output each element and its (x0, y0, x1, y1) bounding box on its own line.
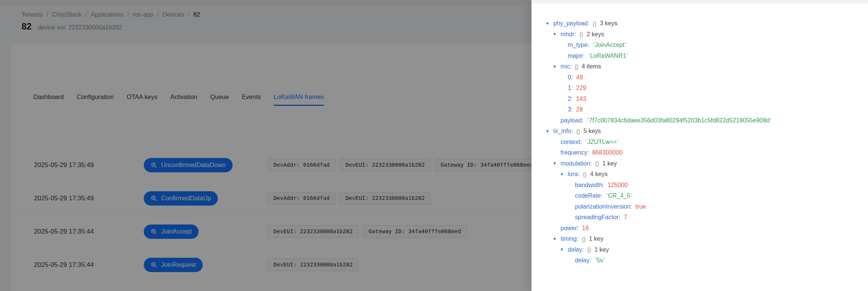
json-key: lora: (568, 171, 579, 178)
json-key: delay: (575, 257, 591, 264)
json-key: modulation: (561, 160, 592, 167)
tree-collapse-arrow-icon[interactable]: ▼ (553, 32, 561, 36)
json-tree-row: ▼codeRate:"CR_4_5" (545, 190, 862, 201)
json-bracket: {} (593, 20, 596, 27)
tree-collapse-arrow-icon[interactable]: ▼ (560, 248, 568, 252)
json-tree-row: ▼power:16 (545, 223, 862, 234)
json-tree-row: ▼mhdr:{}2 keys (545, 29, 862, 40)
json-key: 1: (568, 85, 573, 91)
json-value: 28 (576, 106, 583, 113)
json-tree-row: ▼tx_info:{}5 keys (545, 126, 862, 137)
json-bracket: {} (582, 236, 585, 242)
json-bracket: [] (575, 63, 578, 70)
json-tree-row: ▼spreadingFactor:7 (545, 212, 862, 223)
json-string-text: LoRaWANR1 (590, 53, 626, 59)
json-bracket: {} (579, 31, 583, 37)
json-value: 143 (576, 96, 586, 102)
json-tree-row: ▼2:143 (545, 94, 862, 105)
json-tree-row: ▼delay:{}1 key (545, 245, 862, 255)
json-bracket: {} (576, 128, 580, 135)
json-meta: 1 key (595, 246, 609, 253)
json-tree-row: ▼modulation:{}1 key (545, 158, 862, 169)
json-value: 16 (582, 225, 589, 232)
json-key: bandwidth: (575, 182, 604, 189)
json-key: codeRate: (575, 192, 602, 199)
json-key: frequency: (561, 149, 589, 156)
json-tree: ▼phy_payload:{}3 keys▼mhdr:{}2 keys▼m_ty… (532, 4, 868, 266)
json-value: true (635, 203, 646, 210)
json-tree-row: ▼lora:{}4 keys (545, 169, 862, 180)
json-value: 7 (624, 214, 627, 221)
json-key: delay: (568, 246, 584, 253)
json-key: power: (561, 225, 579, 232)
json-tree-row: ▼1:229 (545, 83, 862, 94)
json-value: "5s" (595, 257, 605, 264)
json-tree-row: ▼delay:"5s" (545, 255, 862, 266)
json-key: timing: (561, 235, 578, 242)
json-key: 3: (568, 106, 573, 113)
quote-mark: " (603, 257, 605, 263)
chirpstack-device-frames-page: Tenants/ChirpStack/Applications/ros-app/… (0, 0, 868, 291)
quote-mark: " (630, 192, 632, 199)
json-string-text: CR_4_5 (608, 192, 630, 199)
json-key: 2: (568, 96, 573, 102)
json-tree-row: ▼timing:{}1 key (545, 234, 862, 245)
json-tree-row: ▼payload:"7f7c007834c6daee356d03fa80294f… (545, 115, 862, 126)
json-meta: 1 key (602, 160, 617, 167)
json-value: "CR_4_5" (606, 192, 632, 199)
json-string-text: JoinAccept (595, 42, 624, 48)
json-key: m_type: (568, 42, 589, 48)
json-meta: 2 keys (587, 31, 604, 38)
json-tree-row: ▼bandwidth:125000 (545, 180, 862, 191)
json-value: 49 (576, 74, 583, 81)
json-meta: 5 keys (584, 128, 601, 135)
json-value: "LoRaWANR1" (588, 53, 628, 59)
quote-mark: " (617, 139, 619, 145)
json-key: payload: (561, 117, 584, 124)
quote-mark: " (624, 42, 627, 48)
json-meta: 3 keys (600, 20, 617, 27)
json-tree-row: ▼frequency:868300000 (545, 147, 862, 158)
json-bracket: {} (587, 246, 591, 253)
drawer-top-strip (532, 0, 868, 4)
json-key: context: (561, 139, 582, 146)
json-key: 0: (568, 74, 573, 81)
json-meta: 1 key (589, 235, 603, 242)
json-value: "7f7c007834c6daee356d03fa80294f5203b1c5f… (587, 117, 772, 124)
json-tree-row: ▼phy_payload:{}3 keys (545, 18, 862, 29)
json-string-text: JZUTLw== (587, 139, 617, 145)
json-key: major: (568, 53, 584, 59)
frame-details-drawer: ▼phy_payload:{}3 keys▼mhdr:{}2 keys▼m_ty… (531, 0, 868, 291)
json-tree-row: ▼context:"JZUTLw==" (545, 137, 862, 148)
json-bracket: {} (583, 171, 587, 178)
tree-collapse-arrow-icon[interactable]: ▼ (545, 129, 553, 133)
tree-collapse-arrow-icon[interactable]: ▼ (553, 237, 561, 241)
json-tree-row: ▼m_type:"JoinAccept" (545, 40, 862, 51)
json-key: polarizationInversion: (575, 203, 632, 210)
json-key: spreadingFactor: (575, 214, 620, 221)
json-tree-row: ▼3:28 (545, 104, 862, 115)
json-key: tx_info: (553, 128, 573, 135)
json-string-text: 7f7c007834c6daee356d03fa80294f5203b1c5fd… (589, 117, 770, 124)
tree-collapse-arrow-icon[interactable]: ▼ (553, 161, 561, 166)
quote-mark: " (626, 53, 629, 59)
json-value: 125000 (607, 182, 627, 189)
json-meta: 4 items (582, 63, 601, 70)
json-tree-row: ▼mic:[]4 items (545, 61, 862, 72)
json-value: "JoinAccept" (593, 42, 627, 48)
json-key: mhdr: (561, 31, 576, 38)
json-key: phy_payload: (553, 20, 589, 27)
json-value: 868300000 (592, 149, 623, 156)
json-tree-row: ▼0:49 (545, 72, 862, 83)
json-string-text: 5s (596, 257, 603, 263)
json-meta: 4 keys (590, 171, 607, 178)
json-tree-row: ▼polarizationInversion:true (545, 201, 862, 212)
drawer-mask[interactable] (0, 0, 531, 291)
json-tree-row: ▼major:"LoRaWANR1" (545, 51, 862, 62)
json-bracket: {} (595, 160, 599, 167)
tree-collapse-arrow-icon[interactable]: ▼ (545, 22, 553, 26)
tree-collapse-arrow-icon[interactable]: ▼ (553, 65, 561, 69)
json-key: mic: (561, 63, 571, 70)
quote-mark: " (770, 117, 772, 124)
tree-collapse-arrow-icon[interactable]: ▼ (560, 172, 568, 176)
